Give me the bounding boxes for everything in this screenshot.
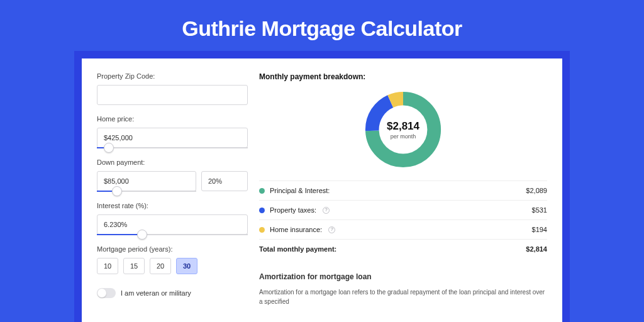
home-price-slider[interactable]	[97, 147, 248, 148]
zip-input[interactable]	[97, 85, 248, 105]
page-title: Guthrie Mortgage Calculator	[0, 0, 644, 51]
donut-center: $2,814 per month	[362, 89, 444, 170]
zip-group: Property Zip Code:	[97, 72, 248, 105]
amortization-section: Amortization for mortgage loan Amortizat…	[259, 272, 547, 306]
breakdown-row-label: Principal & Interest:	[270, 187, 330, 194]
calculator-card: Property Zip Code: Home price: Down paym…	[82, 58, 562, 322]
breakdown-total-amount: $2,814	[526, 245, 547, 253]
breakdown-row-left: Principal & Interest:	[259, 187, 330, 194]
breakdown-row-amount: $194	[532, 226, 547, 233]
home-price-label: Home price:	[97, 115, 248, 123]
home-price-input[interactable]	[97, 128, 248, 148]
payment-donut-chart: $2,814 per month	[362, 89, 444, 170]
period-group: Mortgage period (years): 10152030	[97, 245, 248, 274]
breakdown-row-property_taxes: Property taxes:?$531	[259, 201, 547, 220]
info-icon[interactable]: ?	[323, 207, 330, 214]
donut-wrap: $2,814 per month	[259, 89, 547, 170]
veteran-toggle[interactable]	[97, 288, 116, 298]
veteran-row: I am veteran or military	[97, 288, 248, 298]
down-payment-slider-thumb[interactable]	[112, 186, 122, 196]
down-payment-group: Down payment:	[97, 158, 248, 192]
breakdown-row-total: Total monthly payment:$2,814	[259, 240, 547, 258]
yellow-dot-icon	[259, 227, 265, 233]
down-payment-label: Down payment:	[97, 158, 248, 166]
breakdown-title: Monthly payment breakdown:	[259, 72, 547, 81]
zip-label: Property Zip Code:	[97, 72, 248, 80]
period-option-15[interactable]: 15	[123, 258, 145, 274]
amortization-text: Amortization for a mortgage loan refers …	[259, 287, 547, 306]
home-price-group: Home price:	[97, 115, 248, 148]
blue-dot-icon	[259, 208, 265, 213]
period-options: 10152030	[97, 258, 248, 274]
form-column: Property Zip Code: Home price: Down paym…	[97, 72, 248, 322]
green-dot-icon	[259, 188, 265, 194]
interest-rate-group: Interest rate (%):	[97, 202, 248, 235]
donut-sub: per month	[391, 133, 416, 140]
app-frame: Property Zip Code: Home price: Down paym…	[74, 51, 570, 322]
interest-rate-label: Interest rate (%):	[97, 202, 248, 209]
home-price-slider-thumb[interactable]	[104, 143, 114, 153]
breakdown-row-home_insurance: Home insurance:?$194	[259, 220, 547, 240]
period-label: Mortgage period (years):	[97, 245, 248, 253]
breakdown-column: Monthly payment breakdown: $2,814 per mo…	[259, 72, 547, 322]
breakdown-list: Principal & Interest:$2,089Property taxe…	[259, 180, 547, 258]
down-payment-slider[interactable]	[97, 191, 196, 192]
breakdown-row-label: Home insurance:	[270, 226, 322, 233]
breakdown-row-left: Property taxes:?	[259, 206, 330, 214]
period-option-30[interactable]: 30	[176, 258, 197, 274]
breakdown-row-amount: $531	[532, 206, 547, 214]
breakdown-row-principal_interest: Principal & Interest:$2,089	[259, 181, 547, 201]
breakdown-row-amount: $2,089	[526, 187, 547, 194]
interest-rate-slider-thumb[interactable]	[137, 230, 147, 240]
period-option-20[interactable]: 20	[150, 258, 171, 274]
breakdown-total-label: Total monthly payment:	[259, 245, 336, 253]
down-payment-pct-input[interactable]	[201, 171, 248, 191]
amortization-title: Amortization for mortgage loan	[259, 272, 547, 281]
period-option-10[interactable]: 10	[97, 258, 118, 274]
interest-rate-slider-fill	[97, 234, 142, 235]
veteran-label: I am veteran or military	[121, 289, 191, 297]
donut-amount: $2,814	[387, 120, 419, 133]
interest-rate-slider[interactable]	[97, 234, 248, 235]
info-icon[interactable]: ?	[328, 226, 335, 233]
breakdown-row-left: Home insurance:?	[259, 226, 335, 233]
breakdown-row-label: Property taxes:	[270, 206, 316, 214]
interest-rate-input[interactable]	[97, 214, 248, 235]
